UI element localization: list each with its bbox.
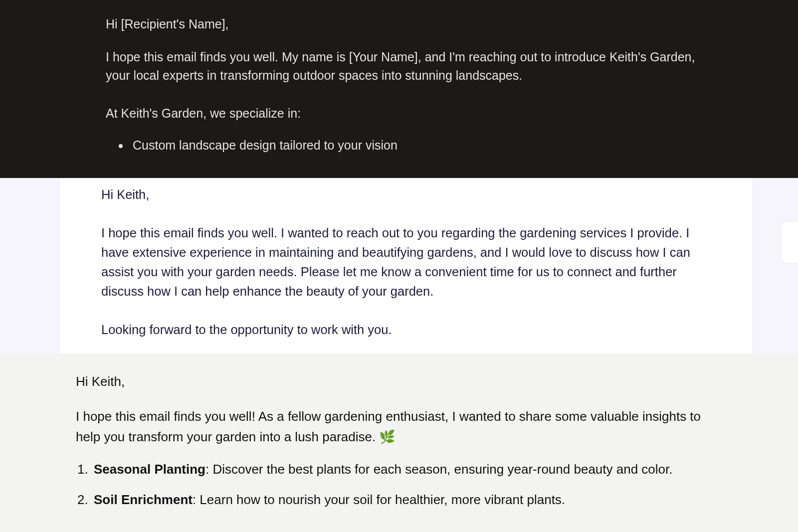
email-1-greeting: Hi [Recipient's Name], — [106, 15, 708, 34]
email-3-content: Subject: 🌻 Enhance Your Garden with Our … — [76, 354, 713, 510]
email-sample-2-card: Hi Keith, I hope this email finds you we… — [59, 178, 753, 354]
email-sample-2-wrap: Hi Keith, I hope this email finds you we… — [0, 178, 798, 354]
email-1-leadin: At Keith's Garden, we specialize in: — [106, 104, 708, 123]
email-sample-3-grey: Subject: 🌻 Enhance Your Garden with Our … — [0, 354, 798, 532]
email-2-greeting: Hi Keith, — [101, 185, 711, 204]
email-3-tip-item: Soil Enrichment: Learn how to nourish yo… — [92, 490, 713, 510]
email-2-closing: Looking forward to the opportunity to wo… — [101, 320, 711, 340]
email-sample-1-dark: Hi [Recipient's Name], I hope this email… — [0, 0, 798, 178]
email-1-bullet-item: Custom landscape design tailored to your… — [130, 137, 708, 154]
email-2-body: I hope this email finds you well. I want… — [101, 223, 711, 301]
email-1-intro: I hope this email finds you well. My nam… — [106, 48, 708, 85]
email-3-tips-list: Seasonal Planting: Discover the best pla… — [92, 460, 713, 510]
tip-desc: : Discover the best plants for each seas… — [205, 462, 673, 477]
tip-title: Soil Enrichment — [94, 492, 193, 507]
email-3-body: I hope this email finds you well! As a f… — [76, 406, 713, 447]
email-3-tip-item: Seasonal Planting: Discover the best pla… — [92, 460, 713, 479]
tip-title: Seasonal Planting — [94, 462, 205, 477]
email-3-greeting: Hi Keith, — [76, 371, 713, 391]
side-panel-tab[interactable] — [781, 221, 798, 264]
email-1-content: Hi [Recipient's Name], I hope this email… — [106, 15, 708, 154]
email-3-subject-cutoff: Subject: 🌻 Enhance Your Garden with Our … — [76, 354, 713, 355]
email-1-bullet-list: Custom landscape design tailored to your… — [130, 137, 708, 154]
tip-desc: : Learn how to nourish your soil for hea… — [193, 492, 565, 507]
